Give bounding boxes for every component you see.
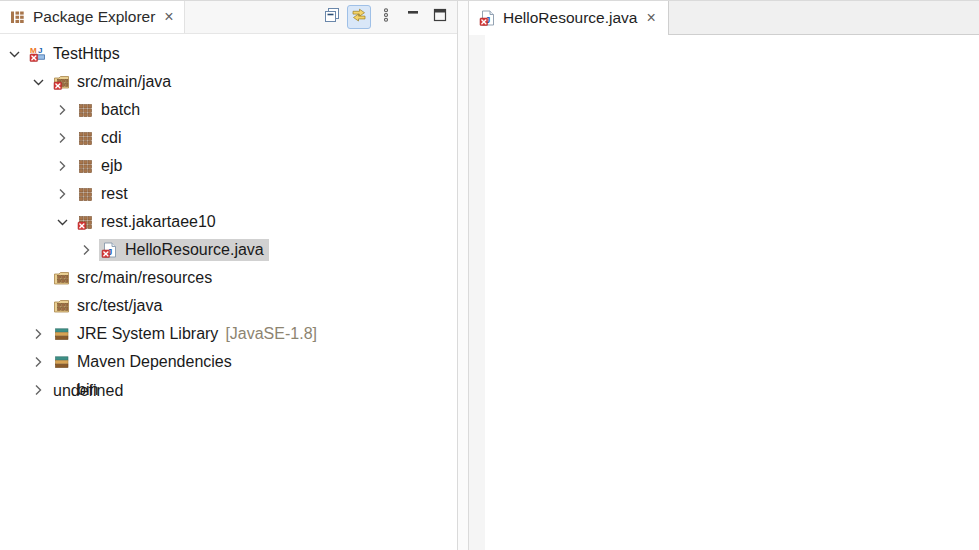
- panel-resize-sash[interactable]: [457, 1, 469, 550]
- tree-item-label: JRE System Library: [77, 325, 218, 343]
- tree-item-label: cdi: [101, 129, 121, 147]
- maven-project-icon: M J: [29, 46, 46, 62]
- library-icon: [53, 326, 70, 342]
- tree-item-label: TestHttps: [53, 45, 120, 63]
- tree-item-batch[interactable]: batch: [0, 96, 457, 124]
- package-explorer-view: Package Explorer × M J TestHttps src/mai…: [0, 1, 457, 550]
- tree-item-maven-dependencies[interactable]: Maven Dependencies: [0, 348, 457, 376]
- tree-item-cdi[interactable]: cdi: [0, 124, 457, 152]
- close-icon[interactable]: ×: [644, 10, 657, 26]
- chevron-collapsed-icon[interactable]: [30, 354, 46, 370]
- maximize-button[interactable]: [428, 5, 452, 29]
- java-file-error-icon: J: [479, 10, 496, 26]
- tree-item-label: src/main/resources: [77, 269, 212, 287]
- tree-item-jre-system-library[interactable]: JRE System Library [JavaSE-1.8]: [0, 320, 457, 348]
- link-with-editor-button[interactable]: [347, 5, 371, 29]
- tree-item-label: batch: [101, 101, 140, 119]
- chevron-collapsed-icon[interactable]: [54, 158, 70, 174]
- package-icon: [77, 130, 94, 146]
- view-toolbar: [320, 1, 457, 33]
- minimize-icon: [405, 7, 421, 27]
- view-menu-icon: [378, 7, 394, 27]
- collapse-all-button[interactable]: [320, 5, 344, 29]
- package-icon: [77, 102, 94, 118]
- eclipse-window: Package Explorer × M J TestHttps src/mai…: [0, 0, 979, 550]
- package-icon: [77, 186, 94, 202]
- chevron-collapsed-icon[interactable]: [30, 382, 46, 398]
- tree-item-src-main-resources[interactable]: src/main/resources: [0, 264, 457, 292]
- package-explorer-icon: [9, 9, 26, 25]
- chevron-collapsed-icon[interactable]: [30, 326, 46, 342]
- tree-item-label: ejb: [101, 157, 122, 175]
- tree-item-testhttps[interactable]: M J TestHttps: [0, 40, 457, 68]
- resources-folder-icon: [53, 270, 70, 286]
- project-tree: M J TestHttps src/main/java batch cdi ej…: [0, 34, 457, 550]
- editor-tab-label: HelloResource.java: [503, 9, 637, 27]
- chevron-collapsed-icon[interactable]: [54, 102, 70, 118]
- package-explorer-tab-label: Package Explorer: [33, 8, 155, 26]
- package-icon: [77, 158, 94, 174]
- tree-item-label: rest.jakartaee10: [101, 213, 216, 231]
- package-icon: [77, 214, 94, 230]
- tree-item-ejb[interactable]: ejb: [0, 152, 457, 180]
- chevron-expanded-icon[interactable]: [30, 74, 46, 90]
- chevron-expanded-icon[interactable]: [54, 214, 70, 230]
- source-folder-icon: [53, 74, 70, 90]
- code-editor[interactable]: [469, 35, 979, 550]
- close-icon[interactable]: ×: [162, 9, 175, 25]
- chevron-collapsed-icon[interactable]: [78, 242, 94, 258]
- editor-tab-bar: J HelloResource.java ×: [469, 1, 979, 35]
- tree-item-label: rest: [101, 185, 128, 203]
- java-file-icon: J: [101, 242, 118, 258]
- resources-folder-icon: [53, 298, 70, 314]
- tree-item-decorator: [JavaSE-1.8]: [225, 325, 317, 343]
- svg-text:J: J: [38, 46, 42, 55]
- tree-item-rest[interactable]: rest: [0, 180, 457, 208]
- tree-item-label: Maven Dependencies: [77, 353, 232, 371]
- folder-icon: undefined: [53, 382, 70, 398]
- tree-item-label: HelloResource.java: [125, 241, 264, 259]
- link-with-editor-icon: [351, 7, 367, 27]
- collapse-all-icon: [324, 7, 340, 27]
- library-icon: [53, 354, 70, 370]
- minimize-button[interactable]: [401, 5, 425, 29]
- editor-area: J HelloResource.java ×: [469, 1, 979, 550]
- package-explorer-header: Package Explorer ×: [0, 1, 457, 34]
- tree-item-helloresource-java[interactable]: J HelloResource.java: [0, 236, 457, 264]
- maximize-icon: [432, 7, 448, 27]
- chevron-collapsed-icon[interactable]: [54, 130, 70, 146]
- tree-item-rest-jakartaee10[interactable]: rest.jakartaee10: [0, 208, 457, 236]
- chevron-spacer: [30, 270, 46, 286]
- tree-item-label: src/main/java: [77, 73, 171, 91]
- tree-item-src-main-java[interactable]: src/main/java: [0, 68, 457, 96]
- chevron-spacer: [30, 298, 46, 314]
- tree-item-bin[interactable]: undefinedbin: [0, 376, 457, 404]
- editor-tab-helloresource[interactable]: J HelloResource.java ×: [469, 1, 669, 35]
- view-menu-button[interactable]: [374, 5, 398, 29]
- tree-item-label: src/test/java: [77, 297, 162, 315]
- tree-item-src-test-java[interactable]: src/test/java: [0, 292, 457, 320]
- chevron-collapsed-icon[interactable]: [54, 186, 70, 202]
- package-explorer-tab[interactable]: Package Explorer ×: [0, 1, 185, 33]
- chevron-expanded-icon[interactable]: [6, 46, 22, 62]
